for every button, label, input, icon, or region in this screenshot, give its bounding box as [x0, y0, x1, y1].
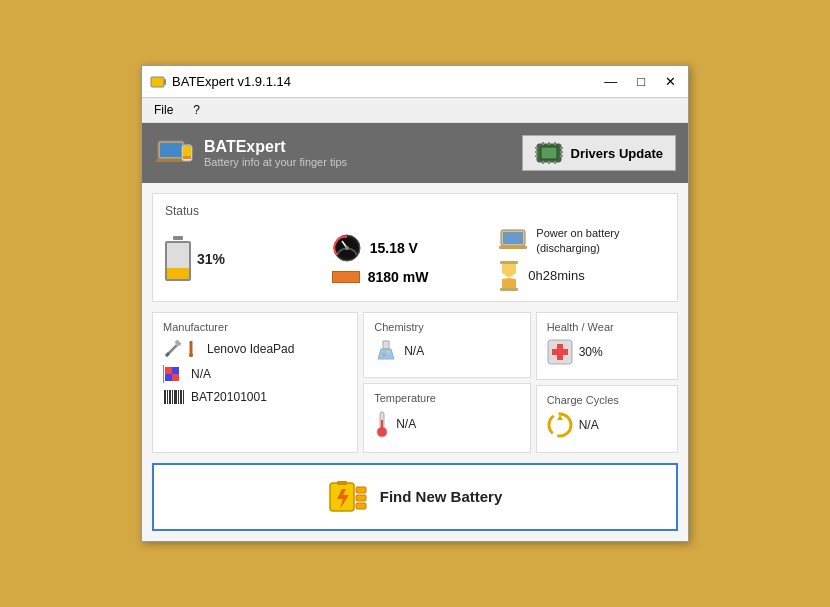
charge-cycles-item: N/A — [547, 412, 667, 438]
battery-bolt-icon — [328, 479, 368, 515]
svg-rect-48 — [174, 390, 177, 404]
app-title-group: BATExpert Battery info at your finger ti… — [204, 138, 347, 168]
svg-rect-18 — [542, 142, 544, 145]
app-name: BATExpert — [204, 138, 347, 156]
svg-point-54 — [387, 350, 390, 353]
svg-rect-21 — [542, 161, 544, 164]
svg-rect-29 — [503, 232, 523, 244]
chemistry-title: Chemistry — [374, 321, 519, 333]
battery-percent-item: 31% — [165, 236, 332, 281]
svg-rect-13 — [535, 151, 538, 153]
health-icon — [547, 339, 573, 365]
svg-rect-19 — [548, 142, 550, 145]
svg-rect-16 — [560, 151, 563, 153]
svg-rect-22 — [548, 161, 550, 164]
time-remaining: 0h28mins — [528, 268, 584, 283]
svg-rect-8 — [183, 156, 191, 159]
svg-rect-67 — [356, 503, 366, 509]
manufacturer-model-item: N/A — [163, 365, 347, 383]
app-icon — [150, 74, 166, 90]
svg-rect-31 — [500, 261, 518, 264]
health-value: 30% — [579, 345, 603, 359]
main-content: Status 31% — [142, 183, 688, 541]
time-row: 0h28mins — [498, 261, 584, 291]
manufacturer-serial-item: BAT20101001 — [163, 389, 347, 405]
svg-line-36 — [166, 353, 169, 356]
svg-rect-23 — [554, 161, 556, 164]
svg-rect-65 — [356, 487, 366, 493]
voltage-row: 15.18 V — [332, 233, 499, 263]
find-battery-label: Find New Battery — [380, 488, 503, 505]
window-controls: — □ ✕ — [600, 75, 680, 88]
svg-rect-30 — [499, 246, 527, 249]
cycle-icon — [547, 412, 573, 438]
thermometer-icon — [374, 410, 390, 438]
svg-rect-1 — [164, 79, 166, 85]
manufacturer-section: Manufacturer Lenovo IdeaPad — [152, 312, 358, 453]
svg-rect-12 — [535, 147, 538, 149]
find-battery-button[interactable]: Find New Battery — [152, 463, 678, 531]
svg-rect-11 — [541, 147, 557, 159]
svg-point-27 — [345, 246, 349, 250]
manufacturer-brand-item: Lenovo IdeaPad — [163, 339, 347, 359]
title-bar: BATExpert v1.9.1.14 — □ ✕ — [142, 66, 688, 98]
charge-cycles-section: Charge Cycles N/A — [536, 385, 678, 453]
gauge-icon — [332, 233, 362, 263]
laptop-icon — [498, 228, 528, 254]
svg-rect-66 — [356, 495, 366, 501]
svg-rect-60 — [552, 349, 568, 355]
charging-status: Power on battery (discharging) — [536, 226, 646, 255]
menu-help[interactable]: ? — [189, 101, 204, 119]
power-value: 8180 mW — [368, 269, 429, 285]
chemistry-value: N/A — [404, 344, 424, 358]
svg-rect-44 — [164, 390, 166, 404]
temperature-item: N/A — [374, 410, 519, 438]
main-window: BATExpert v1.9.1.14 — □ ✕ File ? BATExpe — [141, 65, 689, 542]
info-col-mid: Chemistry N/A Temperature — [363, 312, 530, 453]
svg-rect-4 — [160, 143, 182, 157]
svg-rect-20 — [554, 142, 556, 145]
svg-rect-52 — [383, 341, 389, 349]
close-button[interactable]: ✕ — [661, 75, 680, 88]
status-row: 31% — [165, 226, 665, 291]
manufacturer-brand: Lenovo IdeaPad — [207, 342, 294, 356]
window-title: BATExpert v1.9.1.14 — [172, 74, 600, 89]
chemistry-section: Chemistry N/A — [363, 312, 530, 378]
drivers-update-button[interactable]: Drivers Update — [522, 135, 676, 171]
voltage-power-col: 15.18 V 8180 mW — [332, 233, 499, 285]
svg-rect-41 — [165, 374, 172, 381]
temperature-title: Temperature — [374, 392, 519, 404]
menu-file[interactable]: File — [150, 101, 177, 119]
svg-rect-45 — [167, 390, 168, 404]
minimize-button[interactable]: — — [600, 75, 621, 88]
temperature-section: Temperature N/A — [363, 383, 530, 453]
svg-rect-40 — [172, 367, 179, 374]
power-row: 8180 mW — [332, 269, 499, 285]
menu-bar: File ? — [142, 98, 688, 123]
svg-rect-32 — [500, 288, 518, 291]
temperature-value: N/A — [396, 417, 416, 431]
svg-rect-2 — [152, 78, 160, 86]
svg-rect-5 — [156, 159, 186, 162]
svg-rect-15 — [560, 147, 563, 149]
power-bar — [332, 271, 360, 283]
charge-cycles-value: N/A — [579, 418, 599, 432]
svg-rect-46 — [169, 390, 171, 404]
svg-rect-49 — [178, 390, 179, 404]
chip-icon — [535, 142, 563, 164]
app-header: BATExpert Battery info at your finger ti… — [142, 123, 688, 183]
hourglass-icon — [498, 261, 520, 291]
svg-rect-17 — [560, 155, 563, 157]
maximize-button[interactable]: □ — [633, 75, 649, 88]
screwdriver-icon — [181, 339, 201, 359]
svg-rect-47 — [172, 390, 173, 404]
flask-icon — [374, 339, 398, 363]
info-row: Manufacturer Lenovo IdeaPad — [152, 312, 678, 453]
manufacturer-title: Manufacturer — [163, 321, 347, 333]
drivers-update-label: Drivers Update — [571, 146, 663, 161]
svg-rect-57 — [381, 420, 383, 430]
chemistry-item: N/A — [374, 339, 519, 363]
barcode-icon — [163, 389, 185, 405]
svg-rect-63 — [337, 481, 347, 485]
svg-rect-14 — [535, 155, 538, 157]
